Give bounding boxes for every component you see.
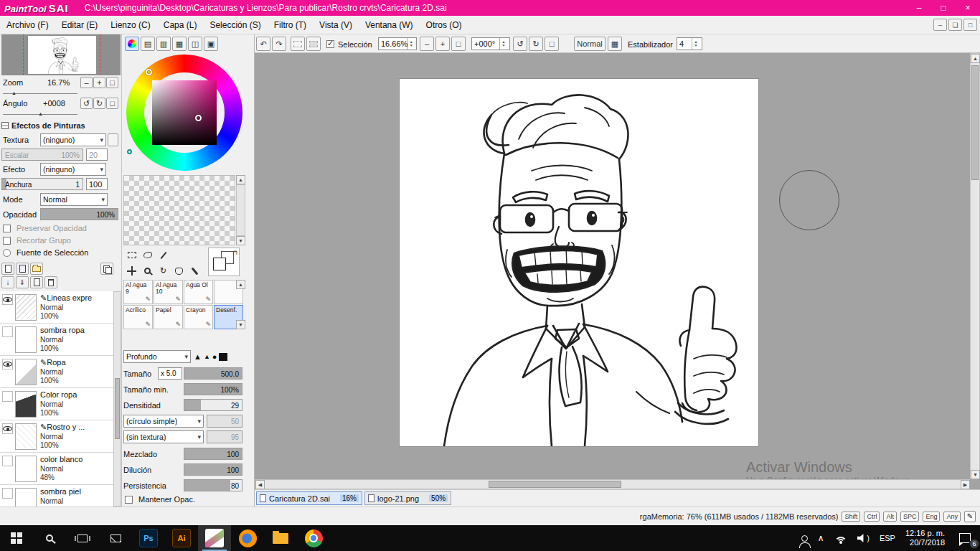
nav-zoom-out-button[interactable]: – (80, 77, 93, 88)
menu-capa[interactable]: Capa (L) (157, 17, 204, 33)
menu-filtro[interactable]: Filtro (T) (268, 17, 313, 33)
tip-shape-soft-icon[interactable]: ▲ (194, 352, 202, 361)
nav-zoom-slider-thumb[interactable]: ▲ (11, 90, 17, 95)
nav-rotate-ccw-button[interactable]: ↺ (80, 98, 93, 109)
minimize-button[interactable]: – (907, 0, 931, 16)
merge-down-button[interactable]: ⇓ (16, 276, 29, 288)
hand-tool[interactable] (172, 264, 186, 278)
rgb-sliders-tab-button[interactable]: ▤ (141, 37, 155, 51)
layer-visibility-toggle[interactable] (2, 488, 13, 499)
tip-shape-round-icon[interactable]: ● (212, 352, 217, 361)
stabilizer-spinner[interactable]: ▲▼ (692, 38, 699, 50)
layer-row-color-blanco[interactable]: color blanco Normal 48% (0, 453, 113, 485)
vertical-scrollbar[interactable]: ▲ ▼ (970, 53, 980, 479)
doc-minimize-button[interactable]: – (933, 19, 947, 31)
layer-panel-options-button[interactable] (100, 263, 113, 275)
delete-layer-button[interactable] (44, 276, 57, 288)
people-button[interactable] (796, 525, 813, 551)
size-slider[interactable]: 500.0 (184, 367, 242, 380)
new-sketch-layer-button[interactable] (16, 263, 29, 275)
angle-field[interactable]: +000° ▲▼ (471, 37, 510, 50)
selection-source-radio[interactable] (3, 249, 11, 257)
photoshop-app-button[interactable]: Ps (132, 525, 165, 551)
size-multiplier[interactable]: x 5.0 (158, 367, 182, 380)
menu-vista[interactable]: Vista (V) (313, 17, 359, 33)
clipping-group-row[interactable]: Recortar Grupo (3, 236, 71, 245)
clock[interactable]: 12:16 p. m. 20/7/2018 (900, 525, 950, 551)
rotate-ccw-button[interactable]: ↺ (513, 37, 527, 51)
volume-button[interactable]: ) (852, 525, 875, 551)
clipping-group-checkbox[interactable] (3, 237, 11, 245)
brush-scroll-up[interactable]: ▲ (236, 280, 245, 289)
layer-mode-dropdown[interactable]: Normal (40, 193, 108, 206)
rotate-cw-button[interactable]: ↻ (529, 37, 543, 51)
magic-wand-tool[interactable] (156, 248, 170, 262)
firefox-app-button[interactable] (231, 525, 264, 551)
horizontal-scrollbar[interactable]: ◀ ▶ (255, 479, 970, 489)
task-view-button[interactable] (66, 525, 99, 551)
preserve-opacity-row[interactable]: Preservar Opacidad (3, 224, 87, 232)
nav-rotate-reset-button[interactable]: □ (106, 98, 118, 109)
canvas-viewport[interactable]: Activar Windows Ve a Configuración para … (255, 53, 980, 489)
persistence-slider[interactable]: 80 (184, 479, 242, 491)
undo-button[interactable]: ↶ (256, 37, 270, 51)
flip-view-button[interactable]: ▦ (608, 37, 622, 51)
brush-acrilico[interactable]: Acrílico✎ (123, 305, 153, 329)
nav-zoom-in-button[interactable]: + (93, 77, 105, 88)
layer-opacity-slider[interactable]: 100% (40, 208, 118, 220)
layer-row-color-ropa[interactable]: Color ropa Normal 100% (0, 388, 113, 420)
menu-ventana[interactable]: Ventana (W) (359, 17, 420, 33)
tip-shape-medium-icon[interactable]: ▲ (204, 353, 210, 360)
layers-scrollbar-thumb[interactable] (115, 378, 120, 439)
sv-marker[interactable] (195, 115, 202, 121)
start-button[interactable] (0, 525, 33, 551)
hsv-sliders-tab-button[interactable]: ▥ (156, 37, 171, 51)
min-size-slider[interactable]: 100% (184, 383, 242, 395)
layer-visibility-toggle[interactable] (2, 423, 13, 434)
layer-visibility-toggle[interactable] (2, 359, 13, 369)
zoom-tool[interactable] (141, 264, 154, 278)
preserve-opacity-checkbox[interactable] (3, 225, 11, 232)
color-mixer-pad[interactable] (123, 175, 235, 245)
layer-visibility-toggle[interactable] (2, 456, 13, 466)
chrome-app-button[interactable] (297, 525, 330, 551)
invert-selection-button[interactable] (306, 37, 321, 51)
keep-opacity-row[interactable]: Mantener Opac. (125, 495, 195, 504)
layer-visibility-toggle[interactable] (2, 326, 13, 337)
width-slider[interactable]: Anchura1 (1, 178, 83, 190)
new-layer-set-button[interactable] (30, 263, 43, 275)
brush-edge-dropdown[interactable]: Profundo (123, 350, 191, 363)
keep-opacity-checkbox[interactable] (125, 496, 133, 504)
texture-extra-button[interactable] (108, 133, 118, 146)
mail-app-button[interactable] (99, 525, 132, 551)
mixer-scroll-down[interactable]: ▼ (236, 236, 245, 245)
layer-row-lineas-expre[interactable]: ✎Lineas expre Normal 100% (0, 291, 113, 324)
brush-agua-oleo[interactable]: Agua Ol✎ (184, 280, 213, 304)
mixer-scroll-up[interactable]: ▲ (236, 175, 245, 184)
language-indicator[interactable]: ESP (875, 525, 900, 551)
tab-caricatura-2d[interactable]: Caricatura 2D.sai 16% (256, 491, 362, 505)
brush-papel[interactable]: Papel✎ (154, 305, 183, 329)
layer-visibility-toggle[interactable] (2, 391, 13, 402)
foreground-color-swatch[interactable] (213, 258, 226, 270)
doc-maximize-button[interactable]: □ (963, 19, 977, 31)
tip-shape-flat-icon[interactable] (219, 353, 227, 361)
redo-button[interactable]: ↷ (272, 37, 286, 51)
menu-archivo[interactable]: Archivo (F) (0, 17, 55, 33)
nav-zoom-reset-button[interactable]: □ (106, 77, 118, 88)
scroll-down-arrow[interactable]: ▼ (971, 470, 980, 479)
search-button[interactable] (33, 525, 66, 551)
brush-texture-dropdown[interactable]: (sin textura) (123, 430, 204, 443)
layers-scrollbar[interactable] (113, 291, 121, 507)
angle-reset-button[interactable]: □ (545, 37, 559, 51)
new-layer-button[interactable] (1, 263, 14, 275)
saturation-value-square[interactable] (152, 80, 217, 145)
selection-source-row[interactable]: Fuente de Selección (3, 248, 88, 257)
layer-visibility-toggle[interactable] (2, 294, 13, 305)
brush-al-agua-9[interactable]: Al Agua 9✎ (123, 280, 153, 304)
clear-layer-button[interactable] (30, 276, 43, 288)
swatches-tab-button[interactable]: ▦ (172, 37, 187, 51)
zoom-reset-button[interactable]: □ (451, 37, 466, 51)
nav-rotate-cw-button[interactable]: ↻ (93, 98, 105, 109)
mixer-tab-button[interactable]: ▣ (204, 37, 218, 51)
